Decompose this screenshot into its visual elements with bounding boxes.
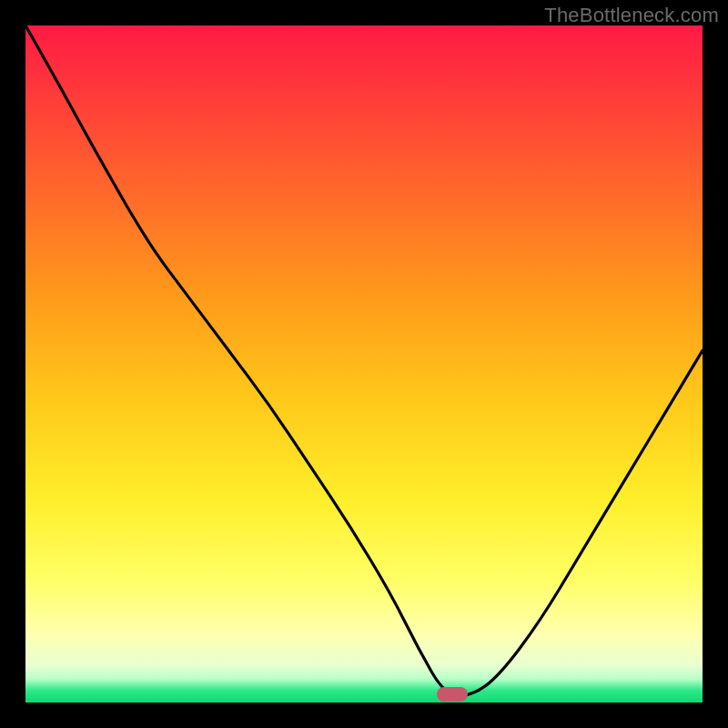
attribution-text: TheBottleneck.com bbox=[544, 4, 719, 27]
optimal-point-marker bbox=[437, 687, 468, 702]
bottleneck-curve bbox=[25, 25, 703, 703]
chart-frame: TheBottleneck.com bbox=[0, 0, 728, 728]
plot-area bbox=[25, 25, 703, 703]
